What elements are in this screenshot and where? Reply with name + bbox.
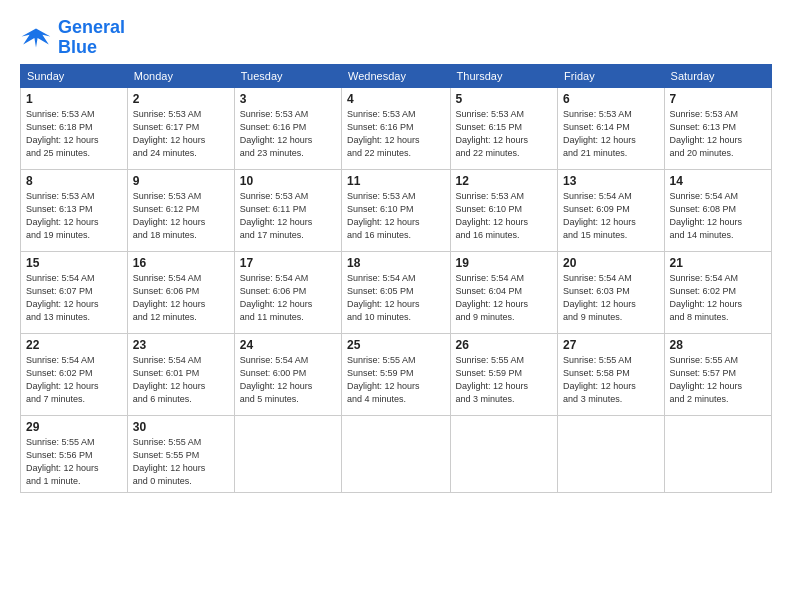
calendar-cell: 21Sunrise: 5:54 AM Sunset: 6:02 PM Dayli… [664, 251, 771, 333]
day-number: 27 [563, 338, 658, 352]
day-number: 23 [133, 338, 229, 352]
weekday-friday: Friday [558, 64, 664, 87]
day-number: 14 [670, 174, 766, 188]
logo-general: General [58, 17, 125, 37]
day-info: Sunrise: 5:53 AM Sunset: 6:13 PM Dayligh… [670, 108, 766, 160]
svg-marker-0 [22, 28, 51, 47]
day-number: 21 [670, 256, 766, 270]
weekday-tuesday: Tuesday [234, 64, 341, 87]
day-number: 8 [26, 174, 122, 188]
weekday-sunday: Sunday [21, 64, 128, 87]
day-info: Sunrise: 5:54 AM Sunset: 6:02 PM Dayligh… [26, 354, 122, 406]
day-number: 7 [670, 92, 766, 106]
day-info: Sunrise: 5:54 AM Sunset: 6:02 PM Dayligh… [670, 272, 766, 324]
day-info: Sunrise: 5:53 AM Sunset: 6:14 PM Dayligh… [563, 108, 658, 160]
calendar-cell: 26Sunrise: 5:55 AM Sunset: 5:59 PM Dayli… [450, 333, 558, 415]
day-info: Sunrise: 5:53 AM Sunset: 6:10 PM Dayligh… [347, 190, 445, 242]
calendar-cell: 1Sunrise: 5:53 AM Sunset: 6:18 PM Daylig… [21, 87, 128, 169]
day-number: 12 [456, 174, 553, 188]
calendar-cell [234, 415, 341, 492]
day-number: 15 [26, 256, 122, 270]
day-number: 18 [347, 256, 445, 270]
calendar-cell [558, 415, 664, 492]
day-info: Sunrise: 5:53 AM Sunset: 6:12 PM Dayligh… [133, 190, 229, 242]
day-info: Sunrise: 5:54 AM Sunset: 6:01 PM Dayligh… [133, 354, 229, 406]
day-number: 29 [26, 420, 122, 434]
day-info: Sunrise: 5:53 AM Sunset: 6:16 PM Dayligh… [347, 108, 445, 160]
day-number: 17 [240, 256, 336, 270]
day-info: Sunrise: 5:54 AM Sunset: 6:03 PM Dayligh… [563, 272, 658, 324]
day-number: 16 [133, 256, 229, 270]
calendar-cell: 13Sunrise: 5:54 AM Sunset: 6:09 PM Dayli… [558, 169, 664, 251]
day-info: Sunrise: 5:53 AM Sunset: 6:15 PM Dayligh… [456, 108, 553, 160]
calendar-cell: 4Sunrise: 5:53 AM Sunset: 6:16 PM Daylig… [342, 87, 451, 169]
weekday-saturday: Saturday [664, 64, 771, 87]
calendar-table: SundayMondayTuesdayWednesdayThursdayFrid… [20, 64, 772, 493]
calendar-cell: 29Sunrise: 5:55 AM Sunset: 5:56 PM Dayli… [21, 415, 128, 492]
day-info: Sunrise: 5:55 AM Sunset: 5:57 PM Dayligh… [670, 354, 766, 406]
day-info: Sunrise: 5:53 AM Sunset: 6:10 PM Dayligh… [456, 190, 553, 242]
week-row-4: 22Sunrise: 5:54 AM Sunset: 6:02 PM Dayli… [21, 333, 772, 415]
calendar-cell: 2Sunrise: 5:53 AM Sunset: 6:17 PM Daylig… [127, 87, 234, 169]
calendar-cell: 27Sunrise: 5:55 AM Sunset: 5:58 PM Dayli… [558, 333, 664, 415]
calendar-cell: 9Sunrise: 5:53 AM Sunset: 6:12 PM Daylig… [127, 169, 234, 251]
weekday-monday: Monday [127, 64, 234, 87]
calendar-cell: 15Sunrise: 5:54 AM Sunset: 6:07 PM Dayli… [21, 251, 128, 333]
day-number: 28 [670, 338, 766, 352]
calendar-cell: 5Sunrise: 5:53 AM Sunset: 6:15 PM Daylig… [450, 87, 558, 169]
logo-text: General Blue [58, 18, 125, 58]
calendar-cell [342, 415, 451, 492]
calendar-cell: 25Sunrise: 5:55 AM Sunset: 5:59 PM Dayli… [342, 333, 451, 415]
day-info: Sunrise: 5:54 AM Sunset: 6:06 PM Dayligh… [133, 272, 229, 324]
calendar-cell: 7Sunrise: 5:53 AM Sunset: 6:13 PM Daylig… [664, 87, 771, 169]
day-number: 1 [26, 92, 122, 106]
day-number: 19 [456, 256, 553, 270]
day-info: Sunrise: 5:54 AM Sunset: 6:04 PM Dayligh… [456, 272, 553, 324]
day-number: 22 [26, 338, 122, 352]
logo: General Blue [20, 18, 125, 58]
logo-blue: Blue [58, 37, 97, 57]
day-info: Sunrise: 5:55 AM Sunset: 5:55 PM Dayligh… [133, 436, 229, 488]
day-number: 11 [347, 174, 445, 188]
day-info: Sunrise: 5:53 AM Sunset: 6:13 PM Dayligh… [26, 190, 122, 242]
calendar-cell: 23Sunrise: 5:54 AM Sunset: 6:01 PM Dayli… [127, 333, 234, 415]
calendar-cell: 8Sunrise: 5:53 AM Sunset: 6:13 PM Daylig… [21, 169, 128, 251]
day-number: 30 [133, 420, 229, 434]
calendar-cell: 10Sunrise: 5:53 AM Sunset: 6:11 PM Dayli… [234, 169, 341, 251]
calendar-cell [664, 415, 771, 492]
day-number: 6 [563, 92, 658, 106]
calendar-cell: 20Sunrise: 5:54 AM Sunset: 6:03 PM Dayli… [558, 251, 664, 333]
calendar-cell: 17Sunrise: 5:54 AM Sunset: 6:06 PM Dayli… [234, 251, 341, 333]
calendar-cell: 30Sunrise: 5:55 AM Sunset: 5:55 PM Dayli… [127, 415, 234, 492]
day-number: 4 [347, 92, 445, 106]
calendar-cell: 22Sunrise: 5:54 AM Sunset: 6:02 PM Dayli… [21, 333, 128, 415]
calendar-cell: 18Sunrise: 5:54 AM Sunset: 6:05 PM Dayli… [342, 251, 451, 333]
week-row-3: 15Sunrise: 5:54 AM Sunset: 6:07 PM Dayli… [21, 251, 772, 333]
day-info: Sunrise: 5:53 AM Sunset: 6:17 PM Dayligh… [133, 108, 229, 160]
weekday-thursday: Thursday [450, 64, 558, 87]
day-info: Sunrise: 5:55 AM Sunset: 5:59 PM Dayligh… [456, 354, 553, 406]
calendar-cell [450, 415, 558, 492]
day-info: Sunrise: 5:54 AM Sunset: 6:08 PM Dayligh… [670, 190, 766, 242]
day-number: 24 [240, 338, 336, 352]
day-number: 5 [456, 92, 553, 106]
day-info: Sunrise: 5:54 AM Sunset: 6:05 PM Dayligh… [347, 272, 445, 324]
day-number: 25 [347, 338, 445, 352]
day-number: 9 [133, 174, 229, 188]
day-info: Sunrise: 5:54 AM Sunset: 6:00 PM Dayligh… [240, 354, 336, 406]
weekday-wednesday: Wednesday [342, 64, 451, 87]
day-info: Sunrise: 5:53 AM Sunset: 6:16 PM Dayligh… [240, 108, 336, 160]
day-info: Sunrise: 5:53 AM Sunset: 6:18 PM Dayligh… [26, 108, 122, 160]
day-info: Sunrise: 5:55 AM Sunset: 5:59 PM Dayligh… [347, 354, 445, 406]
page: General Blue SundayMondayTuesdayWednesda… [0, 0, 792, 612]
calendar-cell: 19Sunrise: 5:54 AM Sunset: 6:04 PM Dayli… [450, 251, 558, 333]
day-info: Sunrise: 5:54 AM Sunset: 6:06 PM Dayligh… [240, 272, 336, 324]
weekday-header-row: SundayMondayTuesdayWednesdayThursdayFrid… [21, 64, 772, 87]
day-info: Sunrise: 5:55 AM Sunset: 5:58 PM Dayligh… [563, 354, 658, 406]
week-row-1: 1Sunrise: 5:53 AM Sunset: 6:18 PM Daylig… [21, 87, 772, 169]
day-info: Sunrise: 5:54 AM Sunset: 6:09 PM Dayligh… [563, 190, 658, 242]
week-row-5: 29Sunrise: 5:55 AM Sunset: 5:56 PM Dayli… [21, 415, 772, 492]
day-number: 20 [563, 256, 658, 270]
calendar-cell: 28Sunrise: 5:55 AM Sunset: 5:57 PM Dayli… [664, 333, 771, 415]
calendar-cell: 3Sunrise: 5:53 AM Sunset: 6:16 PM Daylig… [234, 87, 341, 169]
